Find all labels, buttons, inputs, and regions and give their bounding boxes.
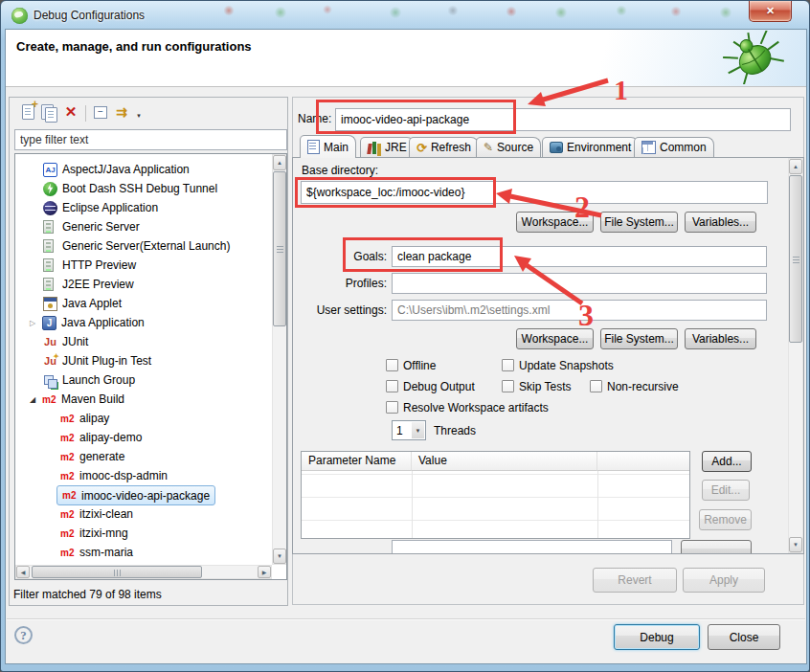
non-recursive-checkbox[interactable] bbox=[590, 380, 602, 392]
help-icon: ? bbox=[20, 628, 27, 643]
file-system-button[interactable]: File System... bbox=[600, 212, 678, 233]
tree-item-junit-plugin-test[interactable]: Ju JUnit Plug-in Test bbox=[43, 351, 151, 370]
app-icon bbox=[11, 8, 28, 24]
filter-icon: ⇉ bbox=[116, 104, 127, 120]
revert-button[interactable]: Revert bbox=[593, 568, 677, 593]
apply-button[interactable]: Apply bbox=[683, 568, 765, 593]
close-button[interactable]: Close bbox=[708, 624, 780, 650]
add-parameter-button[interactable]: Add... bbox=[702, 451, 752, 472]
filter-input[interactable] bbox=[14, 129, 287, 150]
tree-item-alipay[interactable]: m2 alipay bbox=[60, 409, 109, 428]
resolve-workspace-artifacts-checkbox[interactable] bbox=[386, 401, 398, 414]
tab-environment[interactable]: Environment bbox=[542, 137, 639, 157]
tree-item-ssm-maria[interactable]: m2 ssm-maria bbox=[60, 543, 133, 562]
goals-input[interactable] bbox=[392, 246, 767, 267]
plus-icon: + bbox=[32, 98, 38, 111]
eclipse-icon bbox=[43, 201, 57, 215]
tree-item-itzixi-mng[interactable]: m2 itzixi-mng bbox=[60, 524, 128, 543]
tab-common[interactable]: Common bbox=[634, 137, 714, 157]
tree-item-launch-group[interactable]: Launch Group bbox=[43, 370, 135, 390]
scroll-left-button[interactable]: ◀ bbox=[16, 566, 30, 578]
cutoff-field[interactable] bbox=[392, 540, 672, 554]
workspace-button[interactable]: Workspace... bbox=[516, 212, 594, 233]
junit-plugin-icon: Ju bbox=[43, 354, 57, 369]
scroll-right-button[interactable]: ▶ bbox=[258, 566, 271, 578]
remove-parameter-button[interactable]: Remove bbox=[699, 509, 752, 530]
variables-button[interactable]: Variables... bbox=[685, 212, 756, 233]
twisty-expanded-icon[interactable]: ◢ bbox=[30, 395, 42, 404]
cutoff-button[interactable] bbox=[681, 540, 752, 554]
tree-scrollbar-thumb[interactable] bbox=[273, 171, 286, 326]
base-directory-input[interactable] bbox=[301, 181, 768, 204]
filter-configurations-button[interactable]: ⇉ bbox=[113, 103, 130, 121]
duplicate-configuration-button[interactable] bbox=[40, 103, 57, 121]
debug-button[interactable]: Debug bbox=[614, 624, 700, 650]
configuration-name-input[interactable] bbox=[335, 108, 791, 131]
tree-item-java-application[interactable]: ▷ J Java Application bbox=[30, 313, 145, 332]
tree-item-itzixi-clean[interactable]: m2 itzixi-clean bbox=[60, 504, 133, 524]
user-settings-input[interactable] bbox=[392, 300, 767, 321]
tab-refresh[interactable]: ⟳ Refresh bbox=[409, 137, 479, 157]
tree-item-aspectj[interactable]: AJ AspectJ/Java Application bbox=[43, 160, 190, 179]
maven-icon: m2 bbox=[60, 450, 75, 464]
skip-tests-checkbox[interactable] bbox=[502, 380, 514, 392]
parameter-table[interactable]: Parameter Name Value bbox=[301, 451, 690, 539]
delete-icon: ✕ bbox=[65, 103, 78, 121]
tree-item-maven-build[interactable]: ◢ m2 Maven Build bbox=[30, 390, 124, 409]
base-directory-label: Base directory: bbox=[302, 164, 378, 177]
tree-item-generic-server[interactable]: Generic Server bbox=[43, 217, 140, 236]
workspace-button-2[interactable]: Workspace... bbox=[516, 328, 594, 349]
tree-item-j2ee-preview[interactable]: J2EE Preview bbox=[43, 275, 134, 294]
tab-jre[interactable]: JRE bbox=[360, 137, 415, 157]
scroll-up-button[interactable]: ▲ bbox=[789, 159, 802, 174]
collapse-all-button[interactable]: − bbox=[92, 104, 109, 122]
help-button[interactable]: ? bbox=[14, 626, 33, 644]
applet-icon bbox=[43, 297, 57, 311]
junit-icon: Ju bbox=[43, 335, 57, 349]
close-window-button[interactable]: ✕ bbox=[749, 1, 792, 22]
tree-item-generate[interactable]: m2 generate bbox=[60, 447, 124, 466]
tree-item-junit[interactable]: Ju JUnit bbox=[43, 332, 88, 351]
delete-configuration-button[interactable]: ✕ bbox=[62, 103, 79, 121]
twisty-collapsed-icon[interactable]: ▷ bbox=[30, 319, 42, 327]
offline-checkbox[interactable] bbox=[386, 359, 398, 371]
threads-value: 1 bbox=[396, 424, 403, 437]
new-configuration-button[interactable]: + bbox=[19, 103, 36, 121]
tree-hscrollbar-thumb[interactable] bbox=[32, 566, 202, 578]
tree-item-http-preview[interactable]: HTTP Preview bbox=[43, 256, 136, 275]
arrow-left-icon: ◀ bbox=[21, 569, 26, 575]
debug-output-checkbox[interactable] bbox=[386, 380, 398, 392]
column-header-blank[interactable] bbox=[597, 452, 689, 471]
content-scrollbar-thumb[interactable] bbox=[789, 175, 802, 343]
scroll-down-button[interactable]: ▼ bbox=[273, 549, 286, 564]
tree-item-boot-dash[interactable]: Boot Dash SSH Debug Tunnel bbox=[43, 179, 217, 198]
server-icon bbox=[43, 239, 54, 253]
column-header-parameter-name[interactable]: Parameter Name bbox=[302, 452, 412, 471]
tree-item-imooc-dsp-admin[interactable]: m2 imooc-dsp-admin bbox=[60, 466, 168, 485]
skip-tests-label: Skip Tests bbox=[519, 380, 571, 393]
tree-item-generic-server-external[interactable]: Generic Server(External Launch) bbox=[43, 236, 230, 256]
tab-source[interactable]: ✎ Source bbox=[476, 137, 541, 157]
goals-label: Goals: bbox=[293, 250, 387, 263]
column-header-value[interactable]: Value bbox=[412, 452, 597, 471]
scroll-down-button[interactable]: ▼ bbox=[789, 537, 802, 552]
threads-select[interactable]: 1 ▼ bbox=[392, 420, 426, 440]
arrow-right-icon: ▶ bbox=[262, 569, 267, 575]
tree-item-imooc-video-api-package-selected[interactable]: m2 imooc-video-api-package bbox=[56, 485, 215, 505]
tree-item-alipay-demo[interactable]: m2 alipay-demo bbox=[60, 428, 142, 447]
beetle-image bbox=[717, 31, 790, 84]
variables-button-2[interactable]: Variables... bbox=[685, 328, 756, 349]
update-snapshots-checkbox[interactable] bbox=[502, 359, 514, 371]
filter-menu-dropdown[interactable]: ▼ bbox=[134, 107, 144, 124]
tree-item-eclipse-application[interactable]: Eclipse Application bbox=[43, 198, 158, 217]
main-tab-icon bbox=[307, 140, 320, 154]
scroll-up-button[interactable]: ▲ bbox=[273, 155, 286, 170]
environment-tab-icon bbox=[550, 142, 563, 153]
server-icon bbox=[43, 258, 54, 272]
file-system-button-2[interactable]: File System... bbox=[600, 328, 678, 349]
tab-main[interactable]: Main bbox=[300, 135, 356, 158]
tree-item-java-applet[interactable]: Java Applet bbox=[43, 294, 122, 313]
profiles-input[interactable] bbox=[392, 273, 767, 294]
window-title: Debug Configurations bbox=[34, 9, 145, 22]
edit-parameter-button[interactable]: Edit... bbox=[702, 480, 750, 501]
